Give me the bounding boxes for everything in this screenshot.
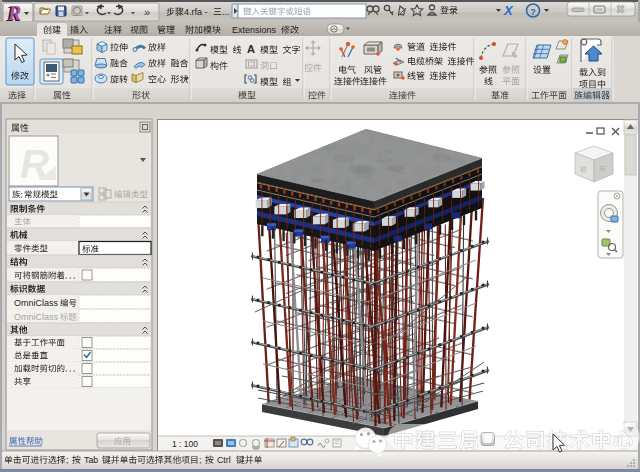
svg-text:...: ... <box>222 7 230 17</box>
svg-text:Extensions: Extensions <box>232 25 277 35</box>
svg-text:OmniClass: OmniClass <box>14 298 59 308</box>
svg-text:;: ; <box>199 455 201 465</box>
svg-text:Tab: Tab <box>84 455 98 465</box>
svg-text:?: ? <box>530 7 536 17</box>
svg-text:;: ; <box>66 455 68 465</box>
svg-text:»: » <box>144 6 150 18</box>
svg-text:1 : 100: 1 : 100 <box>172 439 198 449</box>
svg-text:4.rfa -: 4.rfa - <box>184 7 208 17</box>
svg-text:X: X <box>503 3 514 18</box>
svg-text:R: R <box>7 2 21 24</box>
svg-text:OmniClass: OmniClass <box>14 312 59 322</box>
svg-text:Ctrl: Ctrl <box>217 455 231 465</box>
svg-text:A: A <box>247 43 255 55</box>
